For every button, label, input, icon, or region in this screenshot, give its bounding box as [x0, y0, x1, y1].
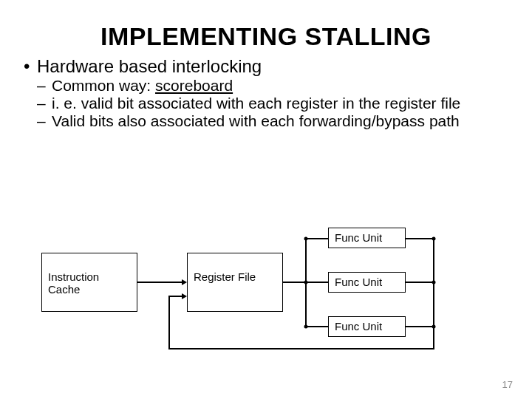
wire-feedback-down — [433, 327, 434, 349]
bullet-common-way-prefix: Common way: — [52, 77, 155, 94]
wire-ic-rf — [137, 282, 183, 283]
wire-to-fu1 — [305, 238, 328, 239]
bullet-valid-bits-bypass: Valid bits also associated with each for… — [21, 113, 511, 130]
wire-fu1-out — [406, 238, 434, 239]
wire-feedback-into-rf — [168, 296, 183, 297]
bullet-hardware-interlocking: Hardware based interlocking — [21, 57, 511, 76]
func-unit-box-3: Func Unit — [328, 316, 406, 337]
func-unit-box-2: Func Unit — [328, 272, 406, 293]
bullet-valid-bit: i. e. valid bit associated with each reg… — [21, 95, 511, 112]
dot-join-top — [432, 237, 436, 241]
arrow-ic-rf — [182, 279, 187, 285]
dot-fanout-mid — [304, 281, 308, 284]
func-unit-box-1: Func Unit — [328, 228, 406, 248]
wire-fu3-out — [406, 326, 434, 327]
pipeline-diagram: Instruction Cache Register File Func Uni… — [0, 236, 532, 369]
dot-join-bot — [432, 325, 436, 329]
register-file-box: Register File — [187, 253, 283, 312]
dot-join-mid — [432, 281, 436, 284]
page-title: IMPLEMENTING STALLING — [0, 22, 532, 51]
wire-feedback-left — [168, 348, 434, 349]
wire-fu2-out — [406, 282, 434, 283]
bullet-common-way: Common way: scoreboard — [21, 78, 511, 95]
wire-to-fu2 — [305, 282, 328, 283]
bullet-common-way-emph: scoreboard — [155, 77, 233, 94]
instruction-cache-box: Instruction Cache — [41, 253, 137, 312]
bullet-list: Hardware based interlocking Common way: … — [0, 57, 532, 129]
arrow-feedback-rf — [182, 293, 187, 299]
wire-rf-out — [283, 282, 306, 283]
dot-fanout-bot — [304, 325, 308, 329]
wire-feedback-up — [168, 296, 170, 349]
page-number: 17 — [502, 379, 513, 390]
dot-fanout-top — [304, 237, 308, 241]
wire-to-fu3 — [305, 326, 328, 327]
